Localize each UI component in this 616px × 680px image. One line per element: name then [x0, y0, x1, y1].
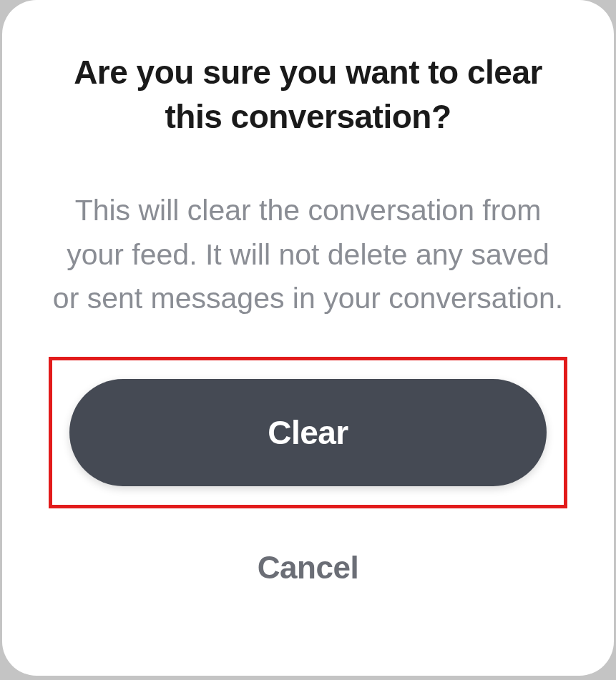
dialog-title: Are you sure you want to clear this conv…	[45, 50, 571, 139]
highlight-annotation: Clear	[49, 357, 567, 508]
cancel-button[interactable]: Cancel	[258, 550, 358, 586]
dialog-description: This will clear the conversation from yo…	[45, 189, 571, 321]
confirmation-dialog: Are you sure you want to clear this conv…	[2, 0, 614, 676]
clear-button[interactable]: Clear	[69, 379, 547, 486]
